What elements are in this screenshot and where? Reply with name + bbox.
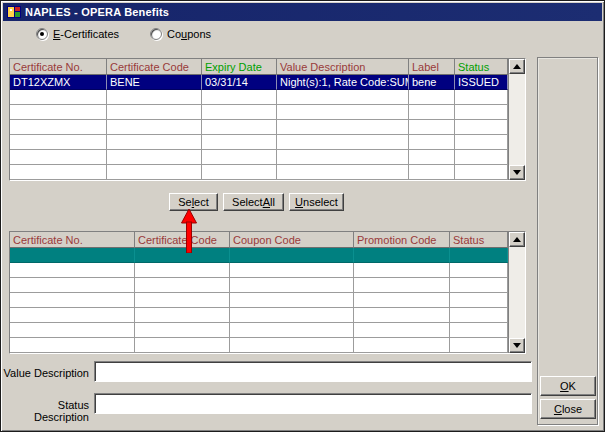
table-cell[interactable] — [409, 105, 455, 120]
table-cell[interactable] — [230, 263, 354, 278]
table-cell[interactable] — [230, 323, 354, 338]
table-row[interactable]: DT12XZMXBENE03/31/14Night(s):1, Rate Cod… — [10, 75, 508, 90]
status-description-input[interactable] — [94, 393, 532, 414]
unselect-button[interactable]: Unselect — [289, 193, 344, 211]
table-cell[interactable] — [409, 135, 455, 150]
table-cell[interactable] — [455, 135, 508, 150]
table-cell[interactable] — [135, 278, 230, 293]
table-cell[interactable] — [455, 150, 508, 165]
table-row[interactable] — [10, 105, 508, 120]
table-cell[interactable] — [277, 105, 409, 120]
table-cell[interactable] — [10, 323, 135, 338]
table-cell[interactable] — [202, 150, 277, 165]
table-cell[interactable] — [107, 120, 202, 135]
table-cell[interactable]: 03/31/14 — [202, 75, 277, 90]
table-cell[interactable] — [107, 150, 202, 165]
table-cell[interactable] — [107, 105, 202, 120]
table-cell[interactable] — [230, 248, 354, 263]
select-all-button[interactable]: Select All — [223, 193, 284, 211]
table-cell[interactable] — [10, 278, 135, 293]
table-cell[interactable] — [230, 308, 354, 323]
scroll-down-button[interactable] — [509, 165, 525, 180]
table-cell[interactable] — [455, 105, 508, 120]
table-cell[interactable]: DT12XZMX — [10, 75, 107, 90]
table-cell[interactable] — [135, 338, 230, 353]
table-cell[interactable] — [107, 135, 202, 150]
table-cell[interactable] — [450, 278, 508, 293]
table-cell[interactable] — [10, 120, 107, 135]
table-cell[interactable] — [10, 90, 107, 105]
table-cell[interactable] — [10, 248, 135, 263]
table-cell[interactable] — [354, 323, 450, 338]
table-cell[interactable] — [409, 120, 455, 135]
table-cell[interactable]: bene — [409, 75, 455, 90]
table-cell[interactable] — [409, 90, 455, 105]
radio-e-certificates[interactable]: E-Certificates — [36, 26, 119, 42]
table-cell[interactable] — [107, 90, 202, 105]
table-cell[interactable] — [409, 150, 455, 165]
table-cell[interactable] — [354, 278, 450, 293]
table-cell[interactable] — [409, 165, 455, 180]
table-cell[interactable] — [135, 293, 230, 308]
table-cell[interactable] — [10, 135, 107, 150]
value-description-input[interactable] — [94, 361, 532, 382]
table-row[interactable] — [10, 120, 508, 135]
table-cell[interactable] — [230, 293, 354, 308]
table-row[interactable] — [10, 90, 508, 105]
scroll-up-button[interactable] — [509, 232, 525, 247]
table-cell[interactable] — [277, 90, 409, 105]
table-cell[interactable]: BENE — [107, 75, 202, 90]
table-cell[interactable] — [10, 263, 135, 278]
table-cell[interactable] — [202, 165, 277, 180]
table-cell[interactable] — [135, 263, 230, 278]
table-cell[interactable] — [277, 165, 409, 180]
table-cell[interactable] — [135, 308, 230, 323]
table-cell[interactable] — [230, 338, 354, 353]
table-cell[interactable] — [450, 293, 508, 308]
table-cell[interactable] — [354, 308, 450, 323]
table-cell[interactable] — [450, 263, 508, 278]
ok-button[interactable]: OK — [540, 376, 596, 396]
titlebar[interactable]: NAPLES - OPERA Benefits — [3, 3, 602, 21]
table-cell[interactable] — [450, 248, 508, 263]
close-button[interactable]: Close — [540, 399, 596, 419]
table-row[interactable] — [10, 323, 508, 338]
radio-coupons[interactable]: Coupons — [150, 26, 211, 42]
table-row[interactable] — [10, 293, 508, 308]
table-row[interactable] — [10, 278, 508, 293]
table-cell[interactable] — [277, 135, 409, 150]
table-cell[interactable] — [354, 248, 450, 263]
table-cell[interactable] — [135, 323, 230, 338]
table-cell[interactable] — [277, 150, 409, 165]
table-cell[interactable] — [10, 150, 107, 165]
table-cell[interactable] — [202, 90, 277, 105]
table-cell[interactable] — [202, 135, 277, 150]
table-cell[interactable] — [450, 323, 508, 338]
table-cell[interactable] — [10, 105, 107, 120]
table-cell[interactable] — [354, 263, 450, 278]
table-cell[interactable] — [455, 120, 508, 135]
scroll-down-button[interactable] — [509, 338, 525, 353]
table-cell[interactable] — [10, 293, 135, 308]
radio-e-certificates-circle[interactable] — [36, 28, 48, 40]
table-cell[interactable] — [230, 278, 354, 293]
table-cell[interactable]: Night(s):1, Rate Code:SUM14R. — [277, 75, 409, 90]
table-cell[interactable] — [354, 338, 450, 353]
table-cell[interactable] — [10, 338, 135, 353]
table-cell[interactable]: ISSUED — [455, 75, 508, 90]
table-row[interactable] — [10, 248, 508, 263]
table-cell[interactable] — [450, 338, 508, 353]
table-cell[interactable] — [455, 90, 508, 105]
table-cell[interactable] — [107, 165, 202, 180]
table-row[interactable] — [10, 135, 508, 150]
table-row[interactable] — [10, 150, 508, 165]
coupons-scrollbar[interactable] — [508, 232, 525, 353]
table-row[interactable] — [10, 165, 508, 180]
table-cell[interactable] — [354, 293, 450, 308]
table-row[interactable] — [10, 308, 508, 323]
table-cell[interactable] — [455, 165, 508, 180]
table-cell[interactable] — [10, 165, 107, 180]
table-cell[interactable] — [202, 105, 277, 120]
certificates-scrollbar[interactable] — [508, 59, 525, 180]
table-cell[interactable] — [10, 308, 135, 323]
